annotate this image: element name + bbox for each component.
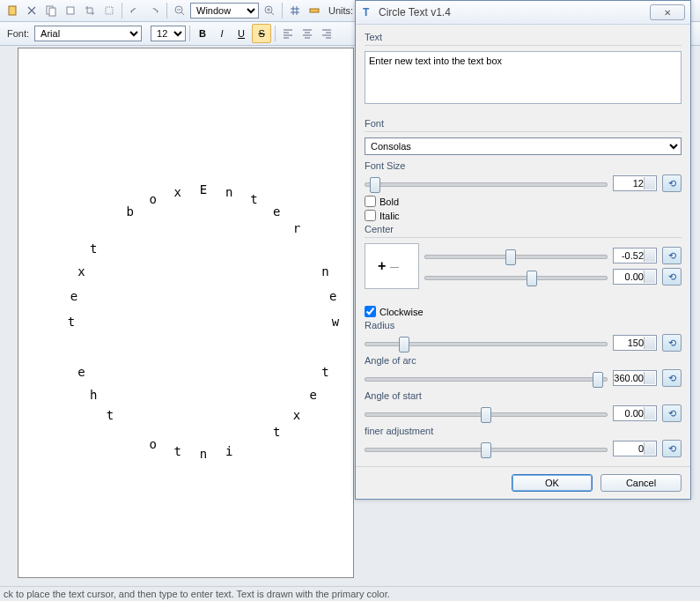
paste-icon[interactable] — [4, 2, 21, 19]
angle-arc-spin[interactable]: 360.00 — [613, 370, 657, 386]
fontsize-label: Font Size — [365, 160, 682, 171]
clockwise-checkbox[interactable]: Clockwise — [365, 306, 682, 317]
bold-checkbox[interactable]: Bold — [365, 196, 682, 207]
center-x-reset-icon[interactable]: ⟲ — [662, 247, 682, 264]
text-section-label: Text — [365, 32, 682, 42]
text-input[interactable]: Enter new text into the text box — [365, 51, 682, 104]
canvas[interactable]: Enter new text into the text box — [18, 48, 354, 578]
center-y-reset-icon[interactable]: ⟲ — [662, 268, 682, 286]
angle-start-label: Angle of start — [365, 390, 682, 401]
italic-icon[interactable]: I — [213, 25, 231, 42]
radius-reset-icon[interactable]: ⟲ — [662, 334, 682, 352]
grid-icon[interactable] — [286, 2, 304, 19]
zoom-select[interactable]: Window — [190, 3, 259, 19]
font-size-select[interactable]: 12 — [151, 26, 186, 41]
zoom-in-icon[interactable] — [261, 2, 278, 19]
font-label: Font: — [7, 28, 29, 39]
svg-rect-3 — [67, 7, 74, 14]
units-label: Units: — [328, 5, 353, 16]
ok-button[interactable]: OK — [512, 474, 593, 492]
dialog-title: Circle Text v1.4 — [379, 6, 650, 19]
ruler-icon[interactable] — [306, 2, 323, 19]
finer-spin[interactable]: 0 — [613, 441, 657, 456]
angle-start-reset-icon[interactable]: ⟲ — [662, 404, 682, 422]
align-right-icon[interactable] — [318, 25, 335, 42]
radius-spin[interactable]: 150 — [613, 335, 657, 351]
center-x-slider[interactable] — [424, 248, 608, 263]
cancel-button[interactable]: Cancel — [601, 474, 682, 492]
font-family-select[interactable]: Arial — [34, 26, 142, 41]
angle-arc-reset-icon[interactable]: ⟲ — [662, 369, 682, 387]
circle-text-dialog: T Circle Text v1.4 ✕ Text Enter new text… — [355, 0, 691, 500]
fontsize-spin[interactable]: 12 — [613, 175, 657, 191]
fontsize-reset-icon[interactable]: ⟲ — [662, 174, 682, 192]
align-center-icon[interactable] — [298, 25, 316, 42]
align-left-icon[interactable] — [279, 25, 297, 42]
finer-reset-icon[interactable]: ⟲ — [662, 440, 682, 457]
finer-label: finer adjustment — [365, 426, 682, 436]
radius-slider[interactable] — [365, 335, 608, 351]
svg-rect-2 — [49, 8, 55, 16]
angle-start-slider[interactable] — [365, 405, 608, 421]
crop-icon[interactable] — [81, 2, 99, 19]
zoom-out-icon[interactable] — [171, 2, 188, 19]
font-select[interactable]: Consolas — [365, 137, 682, 155]
dialog-titlebar[interactable]: T Circle Text v1.4 ✕ — [356, 1, 690, 25]
deselect-icon[interactable] — [100, 2, 118, 19]
status-bar: ck to place the text cursor, and then ty… — [0, 586, 700, 601]
angle-start-spin[interactable]: 0.00 — [613, 405, 657, 421]
cut-icon[interactable] — [23, 2, 41, 19]
svg-rect-4 — [106, 7, 113, 14]
center-x-spin[interactable]: -0.52 — [613, 248, 657, 263]
radius-label: Radius — [365, 320, 682, 330]
copy-icon[interactable] — [42, 2, 60, 19]
undo-icon[interactable] — [126, 2, 144, 19]
copy2-icon[interactable] — [62, 2, 79, 19]
center-y-slider[interactable] — [424, 269, 608, 285]
center-y-spin[interactable]: 0.00 — [613, 269, 657, 285]
app-icon: T — [361, 5, 375, 19]
underline-icon[interactable]: U — [232, 25, 250, 42]
redo-icon[interactable] — [145, 2, 163, 19]
fontsize-slider[interactable] — [365, 175, 608, 191]
center-picker[interactable] — [365, 243, 419, 289]
bold-icon[interactable]: B — [194, 25, 211, 42]
font-section-label: Font — [365, 118, 682, 129]
strike-icon[interactable]: S — [252, 24, 271, 43]
angle-arc-slider[interactable] — [365, 370, 608, 386]
svg-text:T: T — [363, 6, 370, 19]
close-button[interactable]: ✕ — [650, 4, 685, 20]
svg-rect-7 — [310, 9, 319, 12]
italic-checkbox[interactable]: Italic — [365, 210, 682, 221]
svg-rect-0 — [9, 6, 16, 15]
finer-slider[interactable] — [365, 441, 608, 456]
center-label: Center — [365, 224, 682, 234]
angle-arc-label: Angle of arc — [365, 355, 682, 366]
